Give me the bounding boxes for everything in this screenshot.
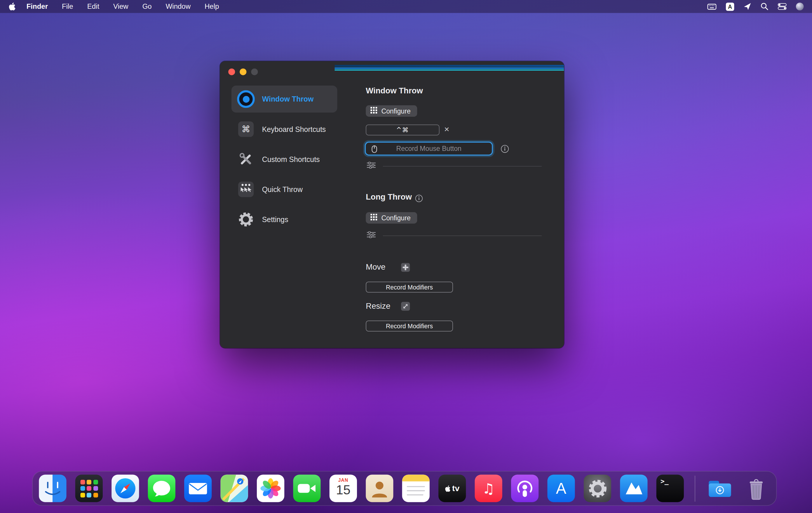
menu-item-go[interactable]: Go: [142, 3, 152, 10]
options-sliders-icon[interactable]: [367, 231, 376, 240]
grid-icon: [370, 214, 377, 222]
configure-window-throw-button[interactable]: Configure: [366, 105, 417, 117]
configure-long-throw-button[interactable]: Configure: [366, 212, 417, 223]
shortcut-field[interactable]: ^⌘: [366, 125, 439, 135]
siri-icon[interactable]: [796, 3, 804, 10]
dock-podcasts-icon[interactable]: [511, 475, 539, 502]
dock: JAN 15 tv ♫ A >_: [32, 471, 777, 506]
location-icon[interactable]: [744, 3, 751, 10]
section-title-window-throw: Window Throw: [366, 86, 423, 95]
grid-icon: [370, 107, 377, 115]
dock-launchpad-icon[interactable]: [75, 475, 103, 502]
dock-photos-icon[interactable]: [257, 475, 284, 502]
move-grid-icon: [401, 263, 410, 272]
options-sliders-icon[interactable]: [367, 161, 376, 171]
dock-system-preferences-icon[interactable]: [584, 475, 611, 502]
dock-separator: [695, 475, 695, 501]
window-throw-options-row: [367, 161, 542, 171]
menu-item-file[interactable]: File: [62, 3, 73, 10]
resize-label: Resize: [366, 301, 390, 311]
dock-finder-icon[interactable]: [39, 475, 66, 502]
dock-safari-icon[interactable]: [112, 475, 139, 502]
menu-item-edit[interactable]: Edit: [87, 3, 99, 10]
desktop: Finder File Edit View Go Window Help A: [0, 0, 812, 513]
dock-app-store-icon[interactable]: A: [547, 475, 575, 502]
configure-label: Configure: [381, 107, 411, 115]
record-modifiers-resize-button[interactable]: Record Modifiers: [366, 321, 453, 331]
record-mouse-button-field[interactable]: Record Mouse Button: [365, 142, 493, 155]
shortcut-value: ^⌘: [396, 126, 409, 134]
menu-item-help[interactable]: Help: [205, 3, 219, 10]
section-title-long-throw: Long Throw: [366, 192, 412, 202]
settings-content: Window Throw Configure ^⌘ × Record Mouse…: [220, 61, 564, 348]
configure-label: Configure: [381, 214, 411, 222]
control-center-icon[interactable]: [778, 3, 787, 10]
move-label: Move: [366, 262, 385, 272]
app-window: Window Throw ⌘ Keyboard Shortcuts Custom…: [220, 61, 564, 348]
dock-messages-icon[interactable]: [148, 475, 175, 502]
input-source-icon[interactable]: A: [726, 2, 734, 10]
clear-shortcut-button[interactable]: ×: [442, 123, 451, 135]
divider: [383, 235, 542, 236]
resize-diagonal-icon: [401, 302, 410, 311]
keyboard-icon[interactable]: [707, 3, 717, 10]
mouse-icon: [372, 145, 377, 155]
dock-facetime-icon[interactable]: [293, 475, 320, 502]
menu-item-view[interactable]: View: [113, 3, 128, 10]
dock-music-icon[interactable]: ♫: [475, 475, 502, 502]
divider: [383, 166, 542, 166]
dock-maps-icon[interactable]: [221, 475, 248, 502]
dock-calendar-icon[interactable]: JAN 15: [329, 475, 357, 502]
app-store-glyph: A: [556, 479, 567, 497]
dock-notes-icon[interactable]: [402, 475, 430, 502]
spotlight-icon[interactable]: [761, 3, 768, 10]
apple-menu-icon[interactable]: [8, 2, 16, 11]
dock-apple-tv-icon[interactable]: tv: [438, 475, 466, 502]
menu-item-window[interactable]: Window: [166, 3, 191, 10]
dock-contacts-icon[interactable]: [366, 475, 393, 502]
long-throw-options-row: [367, 231, 542, 240]
dock-terminal-icon[interactable]: >_: [657, 475, 684, 502]
menu-bar: Finder File Edit View Go Window Help A: [0, 0, 812, 13]
info-icon-long-throw[interactable]: [414, 194, 423, 202]
terminal-prompt-glyph: >_: [661, 477, 669, 485]
record-modifiers-move-button[interactable]: Record Modifiers: [366, 281, 453, 292]
record-mouse-placeholder: Record Mouse Button: [396, 145, 461, 153]
music-note-glyph: ♫: [482, 480, 495, 496]
dock-trash-icon[interactable]: [743, 475, 770, 502]
dock-mail-icon[interactable]: [184, 475, 212, 502]
dock-downloads-icon[interactable]: [706, 475, 733, 502]
dock-window-app-icon[interactable]: [620, 475, 647, 502]
calendar-day: 15: [336, 484, 350, 496]
menu-app-name[interactable]: Finder: [27, 3, 48, 10]
apple-tv-label: tv: [452, 484, 459, 493]
info-icon-record-mouse[interactable]: [500, 145, 509, 153]
